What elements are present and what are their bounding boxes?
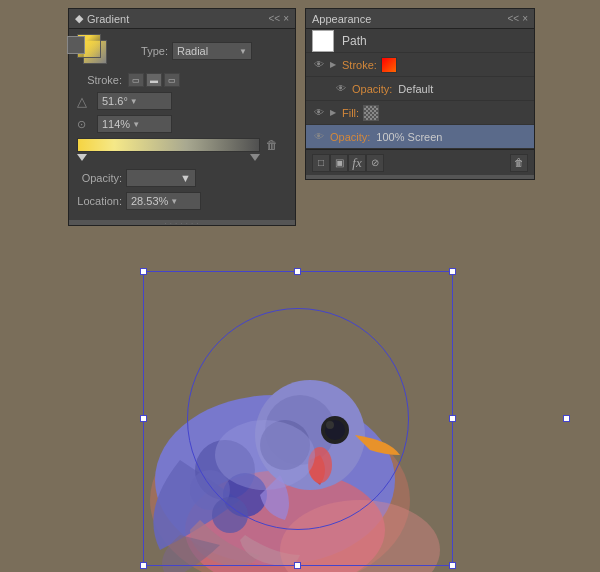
gradient-title-text: Gradient [87, 13, 129, 25]
scale-value: 114% [102, 118, 130, 130]
fx-label: fx [352, 155, 361, 171]
footer-square2-icon[interactable]: ▣ [330, 154, 348, 172]
location-label: Location: [77, 195, 122, 207]
opacity-dropdown[interactable]: ▼ [126, 169, 196, 187]
angle-icon: △ [77, 94, 93, 109]
stroke-eye-icon[interactable]: 👁 [312, 60, 326, 70]
svg-point-12 [326, 421, 334, 429]
stroke-opacity-value: Default [398, 83, 433, 95]
gradient-stop-left[interactable] [77, 154, 87, 161]
appearance-scroll-indicator [306, 175, 534, 179]
gradient-panel: ◆ Gradient << × Type: Radial ▼ [68, 8, 296, 226]
fill-opacity-row: 👁 Opacity: 100% Screen [306, 125, 534, 149]
angle-field[interactable]: 51.6° ▼ [97, 92, 172, 110]
stroke-appearance-row: 👁 ▶ Stroke: [306, 53, 534, 77]
fill-opacity-eye[interactable]: 👁 [312, 132, 326, 142]
gradient-bar[interactable] [77, 138, 260, 152]
type-dropdown[interactable]: Radial ▼ [172, 42, 252, 60]
appearance-collapse-btn[interactable]: << [507, 13, 519, 24]
path-swatch [312, 30, 334, 52]
gradient-slider-area: 🗑 [77, 138, 287, 161]
gradient-panel-title: ◆ Gradient [75, 12, 129, 25]
stroke-color-swatch[interactable] [381, 57, 397, 73]
location-value: 28.53% [131, 195, 168, 207]
trash-button[interactable]: 🗑 [266, 138, 278, 152]
gradient-resize-handle[interactable]: · · · · · · · [69, 220, 295, 225]
stroke-icon-2[interactable]: ▬ [146, 73, 162, 87]
fill-appearance-row: 👁 ▶ Fill: [306, 101, 534, 125]
angle-dropdown-arrow: ▼ [130, 97, 138, 106]
gradient-panel-header: ◆ Gradient << × [69, 9, 295, 29]
stroke-icons: ▭ ▬ ▭ [128, 73, 180, 87]
scale-field[interactable]: 114% ▼ [97, 115, 172, 133]
fill-color-swatch[interactable] [363, 105, 379, 121]
panel-diamond-icon: ◆ [75, 12, 83, 25]
angle-value: 51.6° [102, 95, 128, 107]
stroke-label: Stroke: [77, 74, 122, 86]
location-row: Location: 28.53% ▼ [77, 192, 287, 210]
gradient-panel-body: Type: Radial ▼ Stroke: ▭ ▬ ▭ △ 51.6° ▼ [69, 29, 295, 220]
bird-illustration [80, 260, 520, 572]
location-field[interactable]: 28.53% ▼ [126, 192, 201, 210]
appearance-panel-title: Appearance [312, 13, 371, 25]
gradient-stop-right[interactable] [250, 154, 260, 161]
stroke-triangle-icon[interactable]: ▶ [330, 60, 338, 69]
stroke-opacity-eye[interactable]: 👁 [334, 84, 348, 94]
fill-opacity-value: 100% Screen [376, 131, 442, 143]
angle-row: △ 51.6° ▼ [77, 92, 287, 110]
type-value: Radial [177, 45, 208, 57]
appearance-close-btn[interactable]: × [522, 13, 528, 24]
fill-eye-icon[interactable]: 👁 [312, 108, 326, 118]
gradient-panel-controls[interactable]: << × [268, 13, 289, 24]
opacity-dropdown-arrow: ▼ [180, 172, 191, 184]
gradient-swatch-extra [67, 36, 85, 54]
scale-dropdown-arrow: ▼ [132, 120, 140, 129]
stroke-icon-3[interactable]: ▭ [164, 73, 180, 87]
opacity-label: Opacity: [77, 172, 122, 184]
fill-triangle-icon[interactable]: ▶ [330, 108, 338, 117]
scale-icon: ⊙ [77, 118, 93, 131]
footer-no-icon[interactable]: ⊘ [366, 154, 384, 172]
scale-row: ⊙ 114% ▼ [77, 115, 287, 133]
footer-fx-btn[interactable]: fx [348, 154, 366, 172]
opacity-row: Opacity: ▼ [77, 169, 287, 187]
svg-point-14 [215, 420, 315, 490]
stroke-opacity-row: 👁 Opacity: Default [306, 77, 534, 101]
stroke-icon-1[interactable]: ▭ [128, 73, 144, 87]
type-label: Type: [123, 45, 168, 57]
type-dropdown-arrow: ▼ [239, 47, 247, 56]
gradient-close-btn[interactable]: × [283, 13, 289, 24]
appearance-panel-header: Appearance << × [306, 9, 534, 29]
fill-appearance-label: Fill: [342, 107, 359, 119]
gradient-stops [77, 154, 260, 161]
stroke-opacity-label: Opacity: [352, 83, 392, 95]
appearance-panel-controls[interactable]: << × [507, 13, 528, 24]
gradient-collapse-btn[interactable]: << [268, 13, 280, 24]
path-label: Path [342, 34, 367, 48]
type-row: Type: Radial ▼ [77, 34, 287, 68]
fill-opacity-label: Opacity: [330, 131, 370, 143]
gradient-swatch-stack[interactable] [77, 34, 111, 68]
location-dropdown-arrow: ▼ [170, 197, 178, 206]
appearance-title-text: Appearance [312, 13, 371, 25]
footer-square-icon[interactable]: □ [312, 154, 330, 172]
resize-dots: · · · · · · · [165, 220, 200, 226]
path-row: Path [306, 29, 534, 53]
stroke-row: Stroke: ▭ ▬ ▭ [77, 73, 287, 87]
appearance-footer: □ ▣ fx ⊘ 🗑 [306, 149, 534, 175]
stroke-appearance-label: Stroke: [342, 59, 377, 71]
footer-trash-btn[interactable]: 🗑 [510, 154, 528, 172]
appearance-panel: Appearance << × Path 👁 ▶ Stroke: 👁 Opaci… [305, 8, 535, 180]
svg-point-6 [212, 497, 248, 533]
